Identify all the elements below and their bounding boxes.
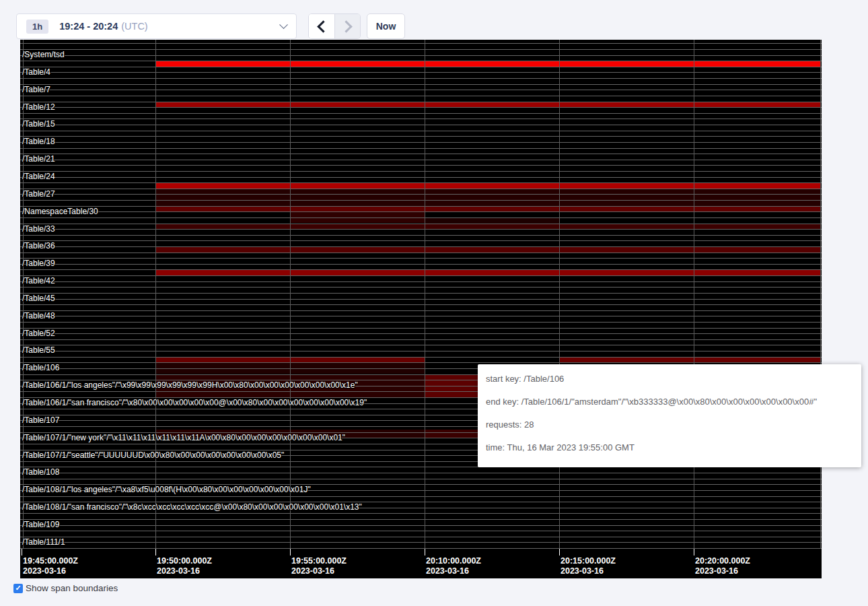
tooltip-line: time: Thu, 16 Mar 2023 19:55:00 GMT (486, 441, 853, 454)
span-boundary-line (20, 119, 822, 119)
span-label: /Table/24 (22, 172, 55, 180)
time-grid-line (820, 40, 821, 549)
span-label: /Table/33 (22, 225, 55, 233)
span-boundary-line (20, 224, 822, 224)
heat-band (155, 102, 820, 108)
checkbox-label: Show span boundaries (26, 583, 118, 593)
span-label: /Table/107 (22, 416, 59, 424)
span-label: /Table/108/1/"san francisco"/"\x8c\xcc\x… (22, 503, 362, 511)
span-label: /Table/7 (22, 86, 50, 94)
span-boundary-line (20, 211, 822, 212)
span-label: /Table/42 (22, 277, 55, 285)
time-grid-line (425, 40, 425, 549)
timezone-label: (UTC) (121, 21, 147, 32)
span-boundary-line (20, 287, 822, 288)
span-boundary-line (20, 131, 822, 131)
span-boundary-line (20, 351, 822, 351)
time-tick (22, 549, 22, 556)
chevron-right-icon (340, 20, 352, 32)
span-boundary-line (20, 72, 822, 73)
tooltip-line: end key: /Table/106/1/"amsterdam"/"\xb33… (486, 395, 853, 409)
span-boundary-line (20, 206, 822, 207)
span-label: /Table/18 (22, 137, 55, 145)
heat-band (155, 61, 820, 67)
span-boundary-line (20, 310, 822, 311)
time-grid-line (559, 40, 560, 549)
span-label: /Table/52 (22, 329, 55, 337)
tooltip-line: requests: 28 (486, 418, 853, 432)
span-boundary-line (20, 275, 822, 276)
span-boundary-line (20, 102, 822, 102)
span-label: /Table/108 (22, 468, 59, 476)
span-boundary-line (20, 90, 822, 90)
span-boundary-line (20, 258, 822, 259)
time-tick-label: 20:15:00.000Z2023-03-16 (560, 556, 616, 576)
span-boundary-line (20, 252, 822, 253)
span-boundary-line (20, 299, 822, 300)
span-boundary-line (20, 264, 822, 265)
options-footer: ✓ Show span boundaries (13, 583, 118, 593)
span-boundary-line (20, 246, 822, 247)
hover-tooltip: start key: /Table/106end key: /Table/106… (478, 364, 861, 467)
span-label: /Table/111/1 (22, 538, 65, 546)
span-boundary-line (20, 269, 822, 270)
heat-band (155, 206, 820, 212)
span-boundary-line (20, 316, 822, 316)
key-visualizer-page: 1h 19:24 - 20:24 (UTC) Now /System/tsd/T… (0, 0, 868, 606)
time-tick (694, 549, 694, 556)
now-button[interactable]: Now (367, 13, 405, 39)
span-label: /Table/109 (22, 520, 59, 529)
span-boundary-line (20, 78, 822, 79)
span-boundary-line (20, 55, 822, 56)
span-boundary-line (20, 217, 822, 218)
span-boundary-line (20, 67, 822, 67)
heat-band (155, 246, 820, 252)
span-boundary-line (20, 113, 822, 114)
span-label: /NamespaceTable/30 (22, 207, 98, 215)
span-label: /Table/27 (22, 190, 55, 198)
span-boundary-line (20, 531, 822, 531)
span-boundary-line (20, 235, 822, 236)
span-label: /Table/55 (22, 346, 55, 354)
next-time-button[interactable] (334, 14, 360, 38)
time-range-selector[interactable]: 1h 19:24 - 20:24 (UTC) (16, 13, 297, 39)
chevron-left-icon (317, 20, 329, 32)
span-boundary-line (20, 328, 822, 329)
span-boundary-line (20, 142, 822, 143)
span-boundary-line (20, 339, 822, 340)
time-nav-group (308, 13, 361, 39)
prev-time-button[interactable] (309, 14, 334, 38)
span-boundary-line (20, 154, 822, 154)
span-boundary-line (20, 189, 822, 189)
time-tick (155, 549, 156, 556)
key-visualizer-canvas[interactable]: /System/tsd/Table/4/Table/7/Table/12/Tab… (20, 40, 822, 578)
span-boundary-line (20, 96, 822, 96)
heat-band (155, 224, 820, 230)
span-label: /Table/12 (22, 103, 55, 111)
span-boundary-line (20, 160, 822, 160)
span-boundary-line (20, 293, 822, 294)
span-boundary-line (20, 177, 822, 178)
time-tick (559, 549, 560, 556)
span-label: /Table/107/1/"seattle"/"UUUUUUD\x00\x80\… (22, 451, 284, 459)
show-span-boundaries-checkbox[interactable]: ✓ (13, 584, 23, 593)
span-boundary-line (20, 171, 822, 172)
span-boundary-line (20, 345, 822, 345)
span-label: /Table/21 (22, 155, 55, 163)
time-grid-line (290, 40, 291, 549)
span-boundary-line (20, 473, 822, 473)
heat-band (155, 189, 820, 206)
time-tick (425, 549, 425, 556)
chevron-down-icon (279, 20, 288, 29)
time-grid-line (155, 40, 156, 549)
time-tick-label: 19:50:00.000Z2023-03-16 (157, 556, 212, 576)
span-boundary-line (20, 165, 822, 166)
span-label: /Table/45 (22, 294, 55, 302)
time-tick-label: 20:20:00.000Z2023-03-16 (695, 556, 750, 576)
heat-band (559, 357, 820, 363)
span-boundary-line (20, 84, 822, 85)
span-label: /Table/48 (22, 312, 55, 320)
span-boundary-line (20, 281, 822, 282)
time-tick-label: 19:55:00.000Z2023-03-16 (291, 556, 347, 576)
span-label: /System/tsd (22, 50, 65, 59)
